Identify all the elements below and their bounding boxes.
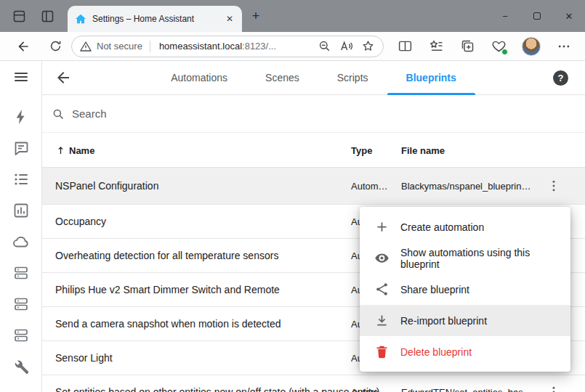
site-security-chip[interactable]: Not secure xyxy=(79,40,150,53)
menu-item-delete-blueprint[interactable]: Delete blueprint xyxy=(360,336,570,367)
back-arrow-icon[interactable] xyxy=(55,69,72,86)
blueprint-context-menu: Create automation Show automations using… xyxy=(360,207,570,372)
warning-icon xyxy=(79,40,92,53)
sort-ascending-icon xyxy=(55,144,66,155)
browser-essentials-icon[interactable] xyxy=(491,38,507,54)
window-controls: − ✕ xyxy=(489,0,585,32)
table-row[interactable]: Set entities based on other entities new… xyxy=(42,375,585,392)
row-name: Occupancy xyxy=(55,216,106,227)
browser-window: Settings – Home Assistant ✕ + − ✕ Not se… xyxy=(0,0,585,392)
assist-icon[interactable] xyxy=(12,139,30,157)
table-header: Name Type File name xyxy=(42,133,585,168)
menu-item-create-automation[interactable]: Create automation xyxy=(360,211,570,242)
plus-icon xyxy=(374,219,390,234)
row-file: EdwardTEN/set_entities_bas… xyxy=(401,387,533,392)
menu-item-label: Share blueprint xyxy=(400,284,469,295)
search-placeholder: Search xyxy=(72,107,107,120)
tab-blueprints[interactable]: Blueprints xyxy=(387,61,475,94)
new-tab-button[interactable]: + xyxy=(248,8,264,24)
menu-item-label: Re-import blueprint xyxy=(400,315,487,327)
tab-scripts[interactable]: Scripts xyxy=(318,61,387,94)
ha-sidebar xyxy=(0,61,42,392)
menu-item-share-blueprint[interactable]: Share blueprint xyxy=(360,274,570,305)
tab-close-icon[interactable]: ✕ xyxy=(223,12,236,25)
more-icon[interactable] xyxy=(555,38,572,54)
ha-tab-bar: Automations Scenes Scripts Blueprints xyxy=(42,61,585,94)
logbook-icon[interactable] xyxy=(12,171,30,188)
share-icon xyxy=(374,282,390,297)
back-icon[interactable] xyxy=(14,37,33,56)
server-icon[interactable] xyxy=(12,264,30,282)
search-input[interactable]: Search xyxy=(42,95,585,133)
browser-tab[interactable]: Settings – Home Assistant ✕ xyxy=(68,6,242,32)
essentials-status-dot xyxy=(501,49,508,55)
home-assistant-favicon xyxy=(75,13,86,25)
vertical-tabs-icon[interactable] xyxy=(40,9,55,24)
row-file: Blackymas/nspanel_blueprin… xyxy=(401,181,530,192)
titlebar-left-icons xyxy=(0,0,55,32)
toolbar-right-icons xyxy=(397,37,572,56)
menu-item-label: Delete blueprint xyxy=(400,346,472,358)
row-name: Philips Hue v2 Smart Dimmer Switch and R… xyxy=(55,284,280,295)
trash-icon xyxy=(374,344,390,359)
ha-header: Automations Scenes Scripts Blueprints ? xyxy=(42,61,585,95)
server-icon[interactable] xyxy=(12,295,30,313)
favorites-icon[interactable] xyxy=(428,38,445,54)
column-header-file[interactable]: File name xyxy=(401,144,445,155)
column-header-name-label: Name xyxy=(69,144,94,155)
row-name: NSPanel Configuration xyxy=(55,180,158,192)
row-name: Send a camera snapshot when motion is de… xyxy=(55,318,281,330)
row-name: Overheating detection for all temperatur… xyxy=(55,250,278,261)
refresh-icon[interactable] xyxy=(46,37,65,56)
maximize-button[interactable] xyxy=(521,0,553,32)
wrench-icon[interactable] xyxy=(12,358,30,375)
row-type: Autom… xyxy=(351,181,388,192)
search-icon xyxy=(52,107,65,121)
history-icon[interactable] xyxy=(12,202,30,219)
server-icon[interactable] xyxy=(12,327,30,344)
url-path: :8123/... xyxy=(242,41,276,52)
split-screen-icon[interactable] xyxy=(397,38,413,54)
row-menu-button[interactable] xyxy=(546,179,561,193)
row-type: Autom… xyxy=(351,387,388,392)
read-aloud-icon[interactable] xyxy=(339,38,354,54)
row-menu-button[interactable] xyxy=(546,385,561,392)
browser-toolbar: Not secure homeassistant.local :8123/... xyxy=(0,32,585,61)
menu-item-show-automations[interactable]: Show automations using this blueprint xyxy=(360,242,570,274)
tab-scenes[interactable]: Scenes xyxy=(246,61,318,94)
download-icon xyxy=(374,313,390,328)
table-row[interactable]: NSPanel Configuration Autom… Blackymas/n… xyxy=(42,168,585,205)
security-label: Not secure xyxy=(97,41,142,52)
tab-automations[interactable]: Automations xyxy=(152,61,246,94)
eye-icon xyxy=(374,250,390,266)
workspaces-icon[interactable] xyxy=(12,9,27,24)
row-name: Set entities based on other entities new… xyxy=(55,386,379,392)
collections-icon[interactable] xyxy=(459,38,476,54)
column-header-name[interactable]: Name xyxy=(55,144,94,155)
address-divider xyxy=(150,41,150,52)
url-host: homeassistant.local xyxy=(159,41,242,52)
help-icon[interactable]: ? xyxy=(553,70,568,86)
column-header-type[interactable]: Type xyxy=(351,144,372,155)
tab-title: Settings – Home Assistant xyxy=(92,14,223,24)
menu-icon[interactable] xyxy=(12,68,30,86)
profile-avatar[interactable] xyxy=(522,37,541,56)
menu-item-reimport-blueprint[interactable]: Re-import blueprint xyxy=(360,305,570,336)
row-name: Sensor Light xyxy=(55,352,113,364)
menu-item-label: Show automations using this blueprint xyxy=(400,247,570,270)
maximize-icon xyxy=(533,12,541,20)
favorite-star-icon[interactable] xyxy=(360,38,376,54)
menu-item-label: Create automation xyxy=(400,221,484,233)
browser-titlebar: Settings – Home Assistant ✕ + − ✕ xyxy=(0,0,585,32)
address-bar[interactable]: Not secure homeassistant.local :8123/... xyxy=(71,36,384,57)
zoom-out-icon[interactable] xyxy=(317,38,332,54)
minimize-button[interactable]: − xyxy=(489,0,521,32)
energy-icon[interactable] xyxy=(12,108,30,126)
cloud-icon[interactable] xyxy=(12,233,30,250)
close-button[interactable]: ✕ xyxy=(553,0,585,32)
